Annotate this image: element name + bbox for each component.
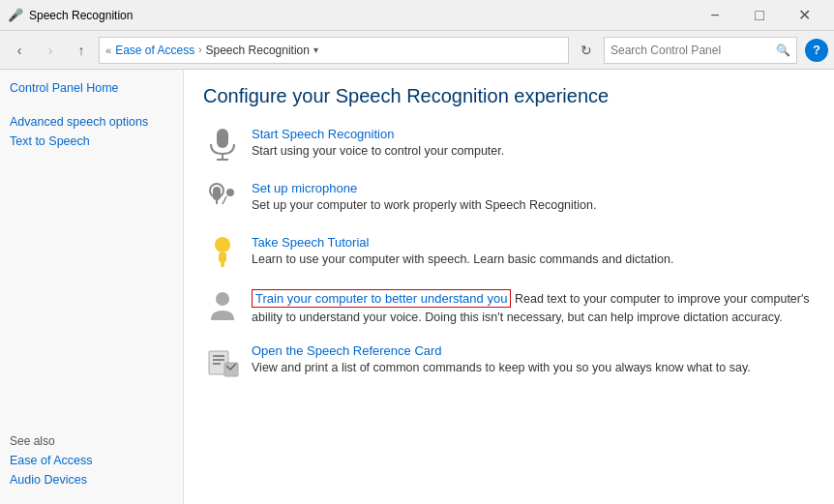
- sidebar-advanced-speech[interactable]: Advanced speech options: [10, 115, 173, 129]
- svg-rect-9: [219, 252, 226, 262]
- svg-rect-14: [213, 359, 224, 361]
- svg-point-8: [215, 237, 230, 252]
- breadcrumb-current: Speech Recognition: [206, 44, 310, 57]
- setup-mic-icon: [203, 183, 242, 218]
- svg-point-6: [226, 189, 234, 196]
- train-icon: [203, 291, 242, 326]
- sidebar: Control Panel Home Advanced speech optio…: [0, 70, 184, 504]
- help-button[interactable]: ?: [805, 39, 828, 62]
- sidebar-text-to-speech[interactable]: Text to Speech: [10, 134, 173, 148]
- reference-card-icon: [203, 345, 242, 380]
- list-item: Open the Speech Reference Card View and …: [203, 343, 815, 380]
- reference-card-link[interactable]: Open the Speech Reference Card: [252, 343, 751, 358]
- svg-rect-15: [213, 363, 221, 365]
- item-content: Take Speech Tutorial Learn to use your c…: [252, 235, 673, 266]
- breadcrumb-dropdown-icon[interactable]: ▾: [313, 44, 318, 55]
- svg-rect-10: [221, 262, 224, 267]
- train-computer-link[interactable]: Train your computer to better understand…: [252, 289, 511, 308]
- search-box: 🔍: [604, 37, 797, 64]
- search-input[interactable]: [611, 44, 776, 57]
- start-speech-icon: [203, 129, 242, 163]
- sidebar-control-panel-home[interactable]: Control Panel Home: [10, 81, 173, 95]
- setup-mic-link[interactable]: Set up microphone: [252, 181, 596, 195]
- start-speech-link[interactable]: Start Speech Recognition: [252, 127, 504, 141]
- forward-button[interactable]: ›: [37, 37, 64, 64]
- sidebar-see-also-audio-devices[interactable]: Audio Devices: [10, 473, 173, 487]
- content-area: Configure your Speech Recognition experi…: [184, 70, 834, 504]
- svg-rect-5: [213, 187, 221, 200]
- svg-rect-13: [213, 355, 224, 357]
- reference-card-desc: View and print a list of common commands…: [252, 361, 751, 374]
- minimize-button[interactable]: −: [693, 0, 737, 31]
- refresh-button[interactable]: ↻: [573, 37, 600, 64]
- item-content: Set up microphone Set up your computer t…: [252, 181, 596, 212]
- item-content: Open the Speech Reference Card View and …: [252, 343, 751, 374]
- address-bar: ‹ › ↑ « Ease of Access › Speech Recognit…: [0, 31, 834, 70]
- tutorial-desc: Learn to use your computer with speech. …: [252, 252, 673, 266]
- tutorial-link[interactable]: Take Speech Tutorial: [252, 235, 673, 250]
- setup-mic-desc: Set up your computer to work properly wi…: [252, 198, 596, 212]
- search-icon: 🔍: [776, 44, 790, 57]
- svg-rect-0: [217, 129, 228, 148]
- list-item: Take Speech Tutorial Learn to use your c…: [203, 235, 815, 272]
- svg-point-11: [216, 292, 229, 306]
- back-button[interactable]: ‹: [6, 37, 33, 64]
- content-title: Configure your Speech Recognition experi…: [203, 85, 815, 107]
- item-content: Start Speech Recognition Start using you…: [252, 127, 504, 158]
- list-item: Start Speech Recognition Start using you…: [203, 127, 815, 163]
- main-layout: Control Panel Home Advanced speech optio…: [0, 70, 834, 504]
- up-button[interactable]: ↑: [68, 37, 95, 64]
- title-bar-icon: 🎤: [8, 8, 23, 23]
- see-also-label: See also: [10, 434, 173, 448]
- sidebar-spacer: [10, 154, 173, 434]
- breadcrumb-ease-of-access[interactable]: Ease of Access: [115, 44, 194, 57]
- list-item: Set up microphone Set up your computer t…: [203, 181, 815, 218]
- sidebar-see-also-ease-of-access[interactable]: Ease of Access: [10, 454, 173, 467]
- item-content: Train your computer to better understand…: [252, 289, 815, 324]
- tutorial-icon: [203, 237, 242, 272]
- title-bar-controls: − □ ✕: [693, 0, 826, 31]
- title-bar: 🎤 Speech Recognition − □ ✕: [0, 0, 834, 31]
- breadcrumb: « Ease of Access › Speech Recognition ▾: [99, 37, 569, 64]
- svg-line-7: [223, 196, 226, 204]
- breadcrumb-separator: ›: [198, 44, 201, 55]
- close-button[interactable]: ✕: [782, 0, 826, 31]
- title-bar-title: Speech Recognition: [29, 9, 693, 22]
- maximize-button[interactable]: □: [737, 0, 782, 31]
- list-item: Train your computer to better understand…: [203, 289, 815, 326]
- breadcrumb-nav-icon: «: [105, 44, 111, 56]
- start-speech-desc: Start using your voice to control your c…: [252, 144, 504, 158]
